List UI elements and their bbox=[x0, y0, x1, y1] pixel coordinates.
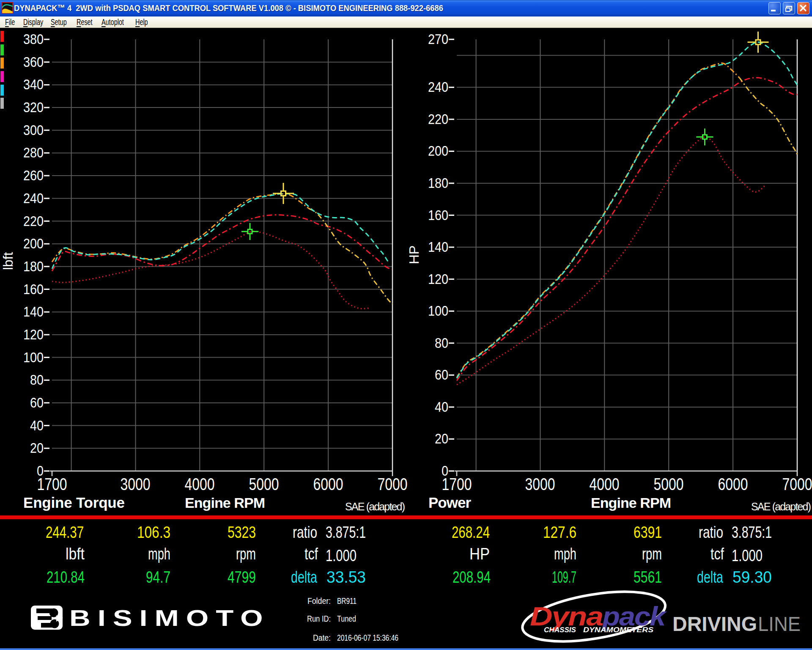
svg-text:109.7: 109.7 bbox=[552, 568, 576, 586]
svg-text:240: 240 bbox=[428, 79, 448, 95]
svg-text:1700: 1700 bbox=[37, 475, 67, 493]
svg-text:94.7: 94.7 bbox=[146, 568, 170, 586]
svg-text:33.53: 33.53 bbox=[326, 568, 366, 586]
svg-text:3.875:1: 3.875:1 bbox=[732, 523, 772, 541]
svg-text:ratio: ratio bbox=[293, 523, 317, 541]
svg-text:80: 80 bbox=[30, 372, 44, 388]
svg-text:ratio: ratio bbox=[699, 523, 723, 541]
svg-text:40: 40 bbox=[435, 399, 448, 415]
svg-text:HP: HP bbox=[469, 545, 490, 563]
svg-text:200: 200 bbox=[428, 143, 448, 159]
svg-text:140: 140 bbox=[23, 304, 44, 319]
svg-text:120: 120 bbox=[23, 327, 44, 342]
svg-text:delta: delta bbox=[291, 568, 317, 586]
svg-text:LINE: LINE bbox=[758, 613, 801, 635]
svg-text:Engine Torque: Engine Torque bbox=[23, 494, 125, 511]
svg-text:6000: 6000 bbox=[718, 475, 748, 493]
svg-text:160: 160 bbox=[428, 207, 448, 223]
svg-text:268.24: 268.24 bbox=[452, 523, 490, 541]
svg-text:Folder:: Folder: bbox=[307, 596, 331, 606]
svg-text:6391: 6391 bbox=[634, 523, 662, 541]
svg-text:180: 180 bbox=[428, 175, 448, 191]
svg-text:120: 120 bbox=[428, 271, 448, 287]
svg-text:1.000: 1.000 bbox=[326, 546, 357, 565]
svg-text:1.000: 1.000 bbox=[732, 546, 763, 565]
svg-text:rpm: rpm bbox=[236, 545, 256, 563]
svg-text:40: 40 bbox=[30, 418, 44, 433]
svg-text:3000: 3000 bbox=[525, 475, 555, 493]
svg-text:20: 20 bbox=[30, 440, 44, 456]
svg-text:127.6: 127.6 bbox=[543, 523, 576, 541]
svg-text:5561: 5561 bbox=[634, 568, 662, 586]
svg-text:2016-06-07 15:36:46: 2016-06-07 15:36:46 bbox=[337, 633, 398, 642]
svg-text:60: 60 bbox=[30, 395, 44, 410]
svg-text:Date:: Date: bbox=[313, 633, 331, 642]
svg-text:1700: 1700 bbox=[442, 475, 472, 493]
svg-text:CHASSIS: CHASSIS bbox=[544, 626, 576, 633]
svg-text:200: 200 bbox=[23, 236, 44, 251]
svg-text:208.94: 208.94 bbox=[453, 568, 491, 586]
svg-text:320: 320 bbox=[23, 99, 44, 115]
svg-text:7000: 7000 bbox=[378, 475, 408, 493]
svg-text:260: 260 bbox=[23, 168, 44, 183]
svg-text:5323: 5323 bbox=[228, 523, 256, 541]
svg-text:270: 270 bbox=[428, 31, 448, 47]
svg-text:lbft: lbft bbox=[66, 545, 85, 563]
svg-text:100: 100 bbox=[428, 303, 448, 319]
svg-text:4000: 4000 bbox=[185, 475, 215, 493]
svg-text:delta: delta bbox=[697, 568, 723, 586]
svg-text:210.84: 210.84 bbox=[47, 568, 85, 586]
svg-text:160: 160 bbox=[23, 281, 44, 297]
svg-text:220: 220 bbox=[23, 213, 44, 229]
svg-text:59.30: 59.30 bbox=[732, 568, 772, 586]
svg-text:140: 140 bbox=[428, 239, 448, 255]
svg-text:Engine RPM: Engine RPM bbox=[591, 495, 671, 511]
svg-text:6000: 6000 bbox=[313, 475, 343, 493]
svg-text:Tuned: Tuned bbox=[337, 614, 356, 623]
svg-text:280: 280 bbox=[23, 145, 44, 160]
svg-text:3.875:1: 3.875:1 bbox=[326, 523, 366, 541]
svg-text:3000: 3000 bbox=[121, 475, 151, 493]
svg-text:100: 100 bbox=[23, 350, 44, 365]
svg-text:tcf: tcf bbox=[304, 545, 318, 563]
svg-text:340: 340 bbox=[23, 77, 44, 92]
svg-text:380: 380 bbox=[23, 31, 44, 47]
svg-text:mph: mph bbox=[554, 545, 576, 563]
svg-text:244.37: 244.37 bbox=[46, 523, 84, 541]
svg-text:Run ID:: Run ID: bbox=[307, 614, 331, 623]
svg-text:rpm: rpm bbox=[642, 545, 662, 563]
svg-text:DRIVING: DRIVING bbox=[672, 613, 757, 635]
svg-text:tcf: tcf bbox=[710, 545, 724, 563]
svg-text:lbft: lbft bbox=[0, 252, 16, 270]
svg-text:106.3: 106.3 bbox=[137, 523, 170, 541]
svg-text:300: 300 bbox=[23, 122, 44, 138]
svg-text:7000: 7000 bbox=[782, 475, 812, 493]
svg-text:5000: 5000 bbox=[654, 475, 684, 493]
svg-text:360: 360 bbox=[23, 54, 44, 70]
svg-text:20: 20 bbox=[435, 431, 448, 446]
svg-text:220: 220 bbox=[428, 111, 448, 127]
svg-text:Engine RPM: Engine RPM bbox=[185, 495, 265, 511]
svg-text:4000: 4000 bbox=[590, 475, 620, 493]
svg-text:SAE (adapted): SAE (adapted) bbox=[751, 501, 811, 512]
svg-text:HP: HP bbox=[406, 245, 422, 264]
svg-text:Power: Power bbox=[428, 494, 471, 511]
svg-text:SAE (adapted): SAE (adapted) bbox=[345, 501, 405, 512]
svg-text:4799: 4799 bbox=[228, 568, 256, 586]
svg-text:240: 240 bbox=[23, 190, 44, 206]
svg-text:80: 80 bbox=[435, 335, 448, 351]
svg-text:mph: mph bbox=[148, 545, 170, 563]
svg-text:5000: 5000 bbox=[249, 475, 279, 493]
svg-text:DYNAMOMETERS: DYNAMOMETERS bbox=[583, 626, 653, 633]
svg-text:180: 180 bbox=[23, 259, 44, 274]
svg-text:60: 60 bbox=[435, 367, 448, 383]
svg-text:BR911: BR911 bbox=[337, 596, 357, 606]
